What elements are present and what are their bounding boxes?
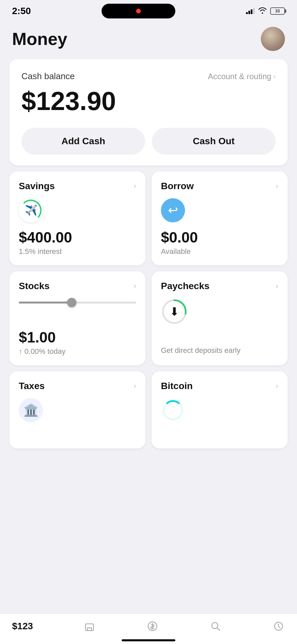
nav-history-icon[interactable] — [272, 620, 285, 633]
nav-balance: $123 — [12, 621, 33, 632]
cash-out-button[interactable]: Cash Out — [152, 128, 276, 155]
cash-balance-card: Cash balance Account & routing › $123.90… — [9, 59, 288, 165]
paychecks-title: Paychecks — [161, 281, 210, 291]
bitcoin-card[interactable]: Bitcoin › — [152, 371, 288, 448]
page-header: Money — [0, 20, 297, 56]
taxes-card-header: Taxes › — [19, 381, 136, 391]
savings-card[interactable]: Savings › ✈️ $400.00 1.5% interest — [9, 171, 145, 265]
account-routing-text: Account & routing — [208, 72, 271, 81]
svg-point-4 — [212, 623, 218, 629]
account-routing-link[interactable]: Account & routing › — [208, 72, 276, 81]
savings-title: Savings — [19, 181, 55, 192]
savings-chevron-icon: › — [134, 182, 136, 191]
borrow-card-header: Borrow › — [161, 181, 278, 192]
cash-amount: $123.90 — [21, 87, 276, 116]
paychecks-chevron-icon: › — [276, 282, 278, 290]
nav-search-icon[interactable] — [209, 620, 222, 633]
stocks-subtitle: ↑ 0.00% today — [19, 347, 136, 356]
stocks-title: Stocks — [19, 281, 50, 291]
nav-dollar-icon[interactable] — [146, 620, 159, 633]
cash-balance-label: Cash balance — [21, 71, 75, 82]
savings-card-header: Savings › — [19, 181, 136, 192]
stocks-chevron-icon: › — [134, 282, 136, 290]
borrow-chevron-icon: › — [276, 182, 278, 191]
bitcoin-card-header: Bitcoin › — [161, 381, 278, 391]
grid-cards: Savings › ✈️ $400.00 1.5% interest Borro… — [9, 171, 288, 365]
action-buttons: Add Cash Cash Out — [21, 128, 276, 155]
taxes-chevron-icon: › — [134, 382, 136, 390]
recording-indicator — [136, 9, 141, 13]
signal-icon — [246, 8, 255, 14]
paychecks-card[interactable]: Paychecks › ⬇ Get direct deposits early — [152, 271, 288, 365]
paychecks-icon: ⬇ — [161, 298, 278, 325]
page-title: Money — [12, 29, 67, 49]
bitcoin-chevron-icon: › — [276, 382, 278, 390]
chevron-right-icon: › — [273, 72, 276, 80]
paychecks-description: Get direct deposits early — [161, 345, 278, 356]
main-content: Cash balance Account & routing › $123.90… — [0, 56, 297, 505]
paychecks-card-header: Paychecks › — [161, 281, 278, 291]
dynamic-island — [102, 4, 175, 18]
avatar[interactable] — [261, 27, 285, 51]
taxes-card[interactable]: Taxes › 🏛️ — [9, 371, 145, 448]
bitcoin-title: Bitcoin — [161, 381, 193, 391]
taxes-icon: 🏛️ — [19, 398, 136, 422]
borrow-card[interactable]: Borrow › ↩ $0.00 Available — [152, 171, 288, 265]
stocks-card-header: Stocks › — [19, 281, 136, 291]
battery-icon: 33 — [270, 7, 285, 15]
cash-balance-header: Cash balance Account & routing › — [21, 71, 276, 82]
savings-amount: $400.00 — [19, 229, 136, 246]
nav-home-icon[interactable] — [83, 620, 96, 633]
borrow-subtitle: Available — [161, 247, 278, 256]
status-icons: 33 — [246, 7, 285, 15]
stocks-amount: $1.00 — [19, 329, 136, 346]
status-time: 2:50 — [12, 6, 31, 16]
status-bar: 2:50 33 — [0, 0, 297, 20]
taxes-title: Taxes — [19, 381, 45, 391]
add-cash-button[interactable]: Add Cash — [21, 128, 145, 155]
borrow-title: Borrow — [161, 181, 194, 192]
bitcoin-icon — [161, 398, 278, 422]
savings-icon: ✈️ — [19, 198, 136, 222]
home-indicator — [122, 639, 175, 641]
stocks-card[interactable]: Stocks › $1.00 ↑ 0.00% today — [9, 271, 145, 365]
borrow-icon: ↩ — [161, 198, 278, 222]
borrow-amount: $0.00 — [161, 229, 278, 246]
partial-cards: Taxes › 🏛️ Bitcoin › — [9, 371, 288, 448]
savings-subtitle: 1.5% interest — [19, 247, 136, 256]
svg-rect-2 — [85, 624, 94, 631]
svg-line-5 — [217, 628, 220, 631]
wifi-icon — [258, 7, 267, 15]
stocks-slider[interactable] — [19, 302, 136, 304]
